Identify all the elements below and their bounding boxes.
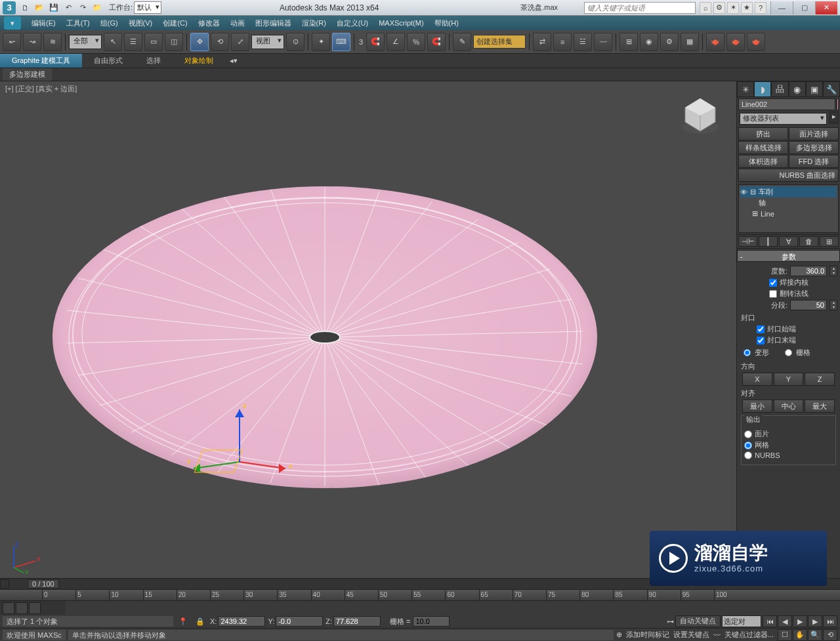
unlink-icon[interactable]: ↝ (23, 33, 41, 51)
ribbon-panel-polymodel[interactable]: 多边形建模 (3, 68, 52, 81)
selbtn-nurbs[interactable]: NURBS 曲面选择 (738, 169, 839, 182)
object-name-field[interactable] (738, 98, 835, 110)
prev-frame-icon[interactable]: ◀ (778, 615, 792, 627)
add-time-label[interactable]: 添加时间标记 (626, 630, 669, 640)
save-icon[interactable]: 💾 (47, 2, 60, 14)
segments-spinbtn[interactable] (830, 300, 837, 310)
nav-orbit-icon[interactable]: ⟲ (823, 629, 837, 641)
selbtn-vol[interactable]: 体积选择 (738, 155, 788, 168)
trackbar[interactable] (0, 601, 840, 615)
time-ruler[interactable]: 0 5 10 15 20 25 30 35 40 45 50 55 60 65 … (0, 589, 840, 601)
trackbar-toggle-icon[interactable] (3, 602, 14, 614)
play-icon[interactable]: ▶ (793, 615, 807, 627)
select-region-rect-icon[interactable]: ▭ (144, 33, 163, 51)
curve-editor-icon[interactable]: 〰 (594, 33, 612, 51)
bind-spacewarp-icon[interactable]: ≋ (43, 33, 62, 51)
window-crossing-icon[interactable]: ◫ (165, 33, 183, 51)
align-max-button[interactable]: 最大 (805, 400, 835, 413)
y-coord-field[interactable] (276, 616, 323, 627)
goto-start-icon[interactable]: ⏮ (763, 615, 777, 627)
cap-grid-radio[interactable] (785, 349, 792, 356)
move-gizmo[interactable]: x y z (180, 403, 299, 488)
application-button[interactable]: ▾ (4, 16, 21, 30)
use-pivot-icon[interactable]: ⊙ (286, 33, 304, 51)
help-icon[interactable]: ? (755, 2, 766, 14)
lock-selection-icon[interactable]: 📍 (178, 617, 188, 626)
cmdtab-display-icon[interactable]: ▣ (806, 81, 823, 97)
nav-zoom-icon[interactable]: 🔍 (808, 629, 822, 641)
select-object-icon[interactable]: ↖ (104, 33, 122, 51)
render-setup-icon[interactable]: ⚙ (660, 33, 679, 51)
favorites-icon[interactable]: ★ (741, 2, 753, 14)
grid-value-field[interactable] (413, 616, 450, 627)
modifier-sets-icon[interactable]: ▸ (830, 112, 839, 123)
show-end-result-icon[interactable]: ┃ (759, 236, 778, 247)
select-link-icon[interactable]: ↜ (3, 33, 21, 51)
stack-subitem-axis[interactable]: 轴 (759, 198, 766, 208)
render-last-icon[interactable]: 🫖 (747, 33, 765, 51)
infocenter-icon[interactable]: ⌕ (700, 2, 711, 14)
time-tag-icon[interactable]: ⊶ (667, 617, 674, 626)
ribbon-tab-selection[interactable]: 选择 (135, 54, 173, 68)
menu-grapheditors[interactable]: 图形编辑器 (250, 18, 297, 28)
search-input[interactable] (584, 2, 696, 14)
menu-views[interactable]: 视图(V) (123, 18, 158, 28)
cmdtab-motion-icon[interactable]: ◉ (789, 81, 806, 97)
flip-normals-checkbox[interactable] (769, 290, 777, 298)
stack-item-lathe[interactable]: 车削 (759, 187, 773, 197)
trackbar-filter-icon[interactable] (16, 602, 28, 614)
cmdtab-hierarchy-icon[interactable]: 品 (771, 81, 788, 97)
selbtn-poly[interactable]: 多边形选择 (789, 141, 839, 154)
time-slider-toggle-icon[interactable] (0, 579, 9, 589)
align-center-button[interactable]: 中心 (774, 400, 804, 413)
named-selection-combo[interactable]: 创建选择集 (473, 35, 526, 49)
x-coord-field[interactable] (218, 616, 265, 627)
stack-item-line[interactable]: Line (761, 210, 774, 218)
cap-end-checkbox[interactable] (757, 337, 765, 344)
exchange-icon[interactable]: ✶ (727, 2, 739, 14)
menu-animation[interactable]: 动画 (225, 18, 250, 28)
move-icon[interactable]: ✥ (190, 33, 209, 51)
modifier-list-combo[interactable]: 修改器列表 (740, 113, 827, 125)
maximize-button[interactable]: ▢ (793, 1, 815, 14)
app-logo-icon[interactable]: 3 (3, 1, 16, 14)
ribbon-tab-objectpaint[interactable]: 对象绘制 (173, 54, 225, 68)
output-nurbs-radio[interactable] (744, 451, 752, 459)
key-filter-combo[interactable] (722, 615, 761, 627)
align-icon[interactable]: ≡ (553, 33, 572, 51)
z-coord-field[interactable] (333, 616, 381, 627)
minimize-button[interactable]: — (770, 1, 793, 14)
mirror-icon[interactable]: ⇄ (533, 33, 551, 51)
lathe-object[interactable]: x y z (52, 186, 597, 488)
material-editor-icon[interactable]: ◉ (640, 33, 658, 51)
menu-modifiers[interactable]: 修改器 (193, 18, 225, 28)
menu-customize[interactable]: 自定义(U) (331, 18, 373, 28)
menu-group[interactable]: 组(G) (95, 18, 123, 28)
add-time-tag-icon[interactable]: ⊕ (616, 631, 622, 639)
render-iterative-icon[interactable]: 🫖 (726, 33, 745, 51)
setkey-button[interactable]: 设置关键点 (673, 630, 709, 640)
schematic-view-icon[interactable]: ⊞ (620, 33, 638, 51)
cmdtab-create-icon[interactable]: ✳ (737, 81, 754, 97)
workspace-combo[interactable]: 默认 (134, 1, 161, 14)
degrees-spinner[interactable] (790, 266, 827, 276)
project-icon[interactable]: 📁 (91, 2, 104, 14)
cap-morph-radio[interactable] (744, 349, 751, 356)
rotate-icon[interactable]: ⟲ (211, 33, 229, 51)
undo-icon[interactable]: ↶ (62, 2, 75, 14)
menu-tools[interactable]: 工具(T) (61, 18, 95, 28)
cap-start-checkbox[interactable] (757, 325, 765, 333)
rollout-params[interactable]: 参数 (737, 250, 840, 262)
selection-lock-icon[interactable]: 🔒 (196, 617, 205, 626)
output-patch-radio[interactable] (744, 430, 752, 438)
keyboard-shortcut-icon[interactable]: ⌨ (332, 33, 350, 51)
maxscript-listener[interactable]: 欢迎使用 MAXSc (3, 630, 66, 640)
menu-create[interactable]: 创建(C) (158, 18, 192, 28)
remove-modifier-icon[interactable]: 🗑 (799, 236, 818, 247)
keyfilters-label[interactable]: 关键点过滤器... (724, 630, 774, 640)
viewcube[interactable] (677, 93, 723, 139)
ribbon-tab-freeform[interactable]: 自由形式 (82, 54, 135, 68)
degrees-spinbtn[interactable] (830, 266, 837, 276)
angle-snap-icon[interactable]: ∠ (387, 33, 405, 51)
autokey-button[interactable]: 自动关键点 (675, 615, 721, 627)
